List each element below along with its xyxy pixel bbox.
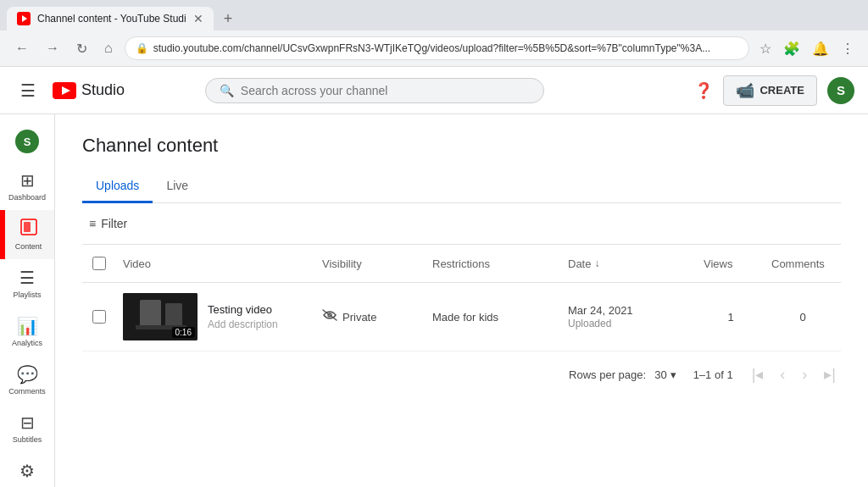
table-row: 0:16 Testing video Add description [82,283,841,351]
new-tab-button[interactable]: + [217,10,240,28]
tab-uploads[interactable]: Uploads [82,170,153,203]
visibility-header: Visibility [315,252,426,275]
help-button[interactable]: ❓ [694,81,713,100]
views-cell: 1 [697,304,765,330]
search-input[interactable] [241,84,530,97]
sidebar-item-settings[interactable]: ⚙ [19,452,35,487]
main-layout: S ⊞ Dashboard Content ☰ Playlists 📊 Anal… [0,114,868,487]
svg-rect-8 [165,303,182,327]
sidebar-item-analytics[interactable]: 📊 Analytics [0,307,54,356]
tabs: Uploads Live [82,170,841,203]
content-area: Channel content Uploads Live ≡ Filter [55,114,868,487]
create-button[interactable]: 📹 CREATE [723,75,816,106]
svg-rect-7 [140,300,161,329]
home-button[interactable]: ⌂ [99,37,118,59]
sidebar-item-subtitles[interactable]: ⊟ Subtitles [0,404,54,452]
date-value: Mar 24, 2021 [568,304,690,317]
select-all-checkbox[interactable] [92,257,106,270]
lock-icon: 🔒 [136,42,148,54]
video-camera-icon: 📹 [736,81,754,100]
analytics-icon: 📊 [17,316,38,336]
comments-header: Comments [765,252,841,275]
browser-toolbar: ← → ↻ ⌂ 🔒 studio.youtube.com/channel/UCs… [0,30,868,66]
video-cell[interactable]: 0:16 Testing video Add description [116,286,315,347]
subtitles-icon: ⊟ [20,412,35,433]
video-description: Add description [208,318,278,330]
sidebar-item-playlists[interactable]: ☰ Playlists [0,259,54,307]
studio-logo-text: Studio [81,81,125,99]
browser-tab-bar: Channel content - YouTube Studi ✕ + [0,0,868,30]
last-page-button[interactable]: ▸| [819,362,841,387]
video-info: Testing video Add description [208,303,278,330]
dashboard-icon: ⊞ [20,170,35,191]
page-info: 1–1 of 1 [693,368,733,381]
forward-button[interactable]: → [41,37,64,59]
rows-dropdown-icon: ▾ [670,368,676,381]
top-nav: ☰ Studio 🔍 ❓ 📹 CREATE S [0,67,868,114]
rows-per-page-label: Rows per page: [569,368,646,381]
comments-icon: 💬 [17,364,38,385]
tab-title: Channel content - YouTube Studi [37,13,186,25]
row-checkbox[interactable] [92,310,106,324]
sidebar-item-content[interactable]: Content [0,210,54,259]
page-title: Channel content [82,135,841,157]
duration-badge: 0:16 [172,327,195,338]
tab-close-button[interactable]: ✕ [193,12,203,25]
sidebar-avatar: S [15,130,39,153]
views-header: Views [697,252,765,275]
select-all-header [82,252,116,275]
toolbar-icons: ☆ 🧩 🔔 ⋮ [756,37,858,60]
hamburger-button[interactable]: ☰ [14,74,42,108]
sidebar-label-dashboard: Dashboard [8,193,46,202]
studio-logo[interactable]: Studio [53,81,125,99]
active-tab[interactable]: Channel content - YouTube Studi ✕ [7,7,214,30]
sidebar-label-playlists: Playlists [13,291,41,299]
bookmark-button[interactable]: ☆ [756,37,775,60]
date-header[interactable]: Date ↓ [561,252,697,275]
comments-value: 0 [799,311,805,324]
rows-per-page-select[interactable]: 30 ▾ [651,367,679,383]
filter-bar: ≡ Filter [82,203,841,245]
rows-per-page-value: 30 [654,368,666,381]
visibility-icon [322,309,337,324]
playlists-icon: ☰ [19,268,35,288]
url-bar[interactable]: 🔒 studio.youtube.com/channel/UCsvGxwpnFR… [125,36,749,60]
create-label: CREATE [760,84,804,97]
tab-favicon [17,12,31,25]
nav-right: ❓ 📹 CREATE S [694,75,854,106]
tab-live[interactable]: Live [153,170,202,203]
date-cell: Mar 24, 2021 Uploaded [561,297,697,336]
back-button[interactable]: ← [10,37,34,59]
comments-cell: 0 [765,304,841,330]
restrictions-header: Restrictions [426,252,561,275]
content-icon [20,219,37,240]
rows-per-page: Rows per page: 30 ▾ [569,367,680,383]
restrictions-cell: Made for kids [426,304,561,330]
sidebar-label-subtitles: Subtitles [13,435,42,444]
date-sub-value: Uploaded [568,318,611,329]
refresh-button[interactable]: ↻ [71,37,92,60]
sidebar-item-comments[interactable]: 💬 Comments [0,356,54,404]
views-value: 1 [727,311,733,324]
prev-page-button[interactable]: ‹ [775,362,790,387]
filter-icon: ≡ [89,217,96,230]
sidebar-item-avatar[interactable]: S [0,121,54,162]
first-page-button[interactable]: |◂ [747,362,769,387]
video-thumbnail: 0:16 [123,293,198,340]
sidebar-item-dashboard[interactable]: ⊞ Dashboard [0,162,54,210]
settings-icon: ⚙ [19,461,35,481]
notification-button[interactable]: 🔔 [809,37,832,60]
menu-button[interactable]: ⋮ [837,37,858,60]
search-bar[interactable]: 🔍 [205,78,544,103]
user-avatar-button[interactable]: S [827,77,854,104]
visibility-cell: Private [315,302,426,331]
filter-label: Filter [101,217,127,230]
youtube-logo-icon [53,82,76,99]
sidebar-label-analytics: Analytics [12,339,42,347]
row-checkbox-cell [82,310,116,324]
filter-button[interactable]: ≡ Filter [82,213,134,234]
sidebar-label-comments: Comments [8,387,46,396]
next-page-button[interactable]: › [797,362,812,387]
sidebar-bottom: ⚙ ! [19,452,35,487]
extensions-button[interactable]: 🧩 [780,37,804,60]
